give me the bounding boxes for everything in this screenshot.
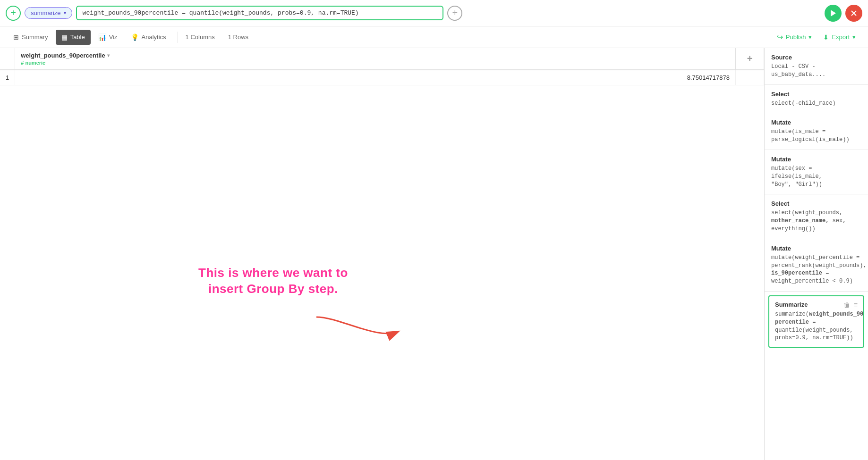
sidebar-select1[interactable]: Select select(-child_race) [765, 85, 868, 114]
row-number: 1 [0, 70, 15, 85]
data-table: weight_pounds_90percentile ▾ # numeric + [0, 48, 764, 85]
menu-step-button[interactable]: ≡ [854, 301, 858, 309]
col-header-1[interactable]: weight_pounds_90percentile ▾ # numeric [15, 48, 736, 70]
formula-input[interactable] [76, 6, 444, 20]
add-formula-button[interactable]: + [447, 6, 462, 21]
col1-name: weight_pounds_90percentile [21, 52, 105, 59]
columns-count: 1 Columns [186, 33, 215, 41]
close-button[interactable] [845, 5, 862, 22]
tab-table-label: Table [70, 33, 85, 41]
mutate2-code: mutate(sex = ifelse(is_male,"Boy", "Girl… [771, 165, 861, 188]
select2-code: select(weight_pounds,mother_race_name, s… [771, 209, 861, 233]
right-sidebar: Source Local - CSV - us_baby_data.... Se… [764, 48, 868, 460]
step-pill-label: summarize [31, 9, 61, 17]
annotation-arrow [312, 312, 406, 350]
tab-analytics[interactable]: 💡 Analytics [125, 30, 172, 45]
tabs-bar: ⊞ Summary ▦ Table 📊 Viz 💡 Analytics 1 Co… [0, 26, 868, 48]
export-button[interactable]: ⬇ Export ▾ [818, 31, 860, 44]
summarize-title: Summarize 🗑 ≡ [775, 301, 858, 309]
bulb-icon: 💡 [131, 33, 139, 41]
cell-1-1: 8.75014717878 [15, 70, 736, 85]
add-step-button[interactable]: + [6, 6, 21, 21]
select1-title: Select [771, 91, 861, 98]
menu-icon: ≡ [854, 301, 858, 309]
sidebar-mutate3[interactable]: Mutate mutate(weight_percentile =percent… [765, 239, 868, 292]
annotation-text: This is where we want toinsert Group By … [198, 265, 348, 297]
annotation-overlay: This is where we want toinsert Group By … [0, 48, 764, 460]
run-button[interactable] [825, 5, 842, 22]
summarize-title-text: Summarize [775, 301, 808, 308]
tab-viz[interactable]: 📊 Viz [93, 30, 123, 45]
rows-count: 1 Rows [228, 33, 248, 41]
mutate1-title: Mutate [771, 119, 861, 126]
source-code: Local - CSV - us_baby_data.... [771, 63, 861, 79]
publish-button[interactable]: ↪ Publish ▾ [772, 30, 817, 44]
play-icon [830, 9, 836, 17]
sidebar-select2[interactable]: Select select(weight_pounds,mother_race_… [765, 194, 868, 239]
tab-summary[interactable]: ⊞ Summary [8, 30, 54, 45]
table-icon: ▦ [61, 33, 68, 41]
chevron-down-icon: ▾ [64, 10, 66, 16]
delete-step-button[interactable]: 🗑 [843, 301, 850, 309]
tab-divider [178, 32, 178, 43]
table-area: weight_pounds_90percentile ▾ # numeric + [0, 48, 764, 460]
export-icon: ⬇ [823, 33, 829, 41]
mutate3-code: mutate(weight_percentile =percent_rank(w… [771, 254, 861, 285]
mutate3-title: Mutate [771, 245, 861, 252]
add-column-header[interactable]: + [736, 48, 764, 70]
mutate2-title: Mutate [771, 156, 861, 163]
grid-icon: ⊞ [13, 33, 19, 41]
col1-type: numeric [25, 60, 45, 66]
svg-marker-0 [831, 10, 836, 17]
select1-code: select(-child_race) [771, 100, 861, 108]
sidebar-mutate1[interactable]: Mutate mutate(is_male =parse_logical(is_… [765, 113, 868, 150]
publish-icon: ↪ [777, 33, 783, 42]
export-chevron: ▾ [852, 33, 856, 41]
main-content: weight_pounds_90percentile ▾ # numeric + [0, 48, 868, 460]
section-actions: 🗑 ≡ [843, 301, 858, 309]
sidebar-mutate2[interactable]: Mutate mutate(sex = ifelse(is_male,"Boy"… [765, 150, 868, 194]
table-row: 1 8.75014717878 [0, 70, 764, 85]
step-pill-summarize[interactable]: summarize ▾ [25, 7, 72, 19]
trash-icon: 🗑 [843, 301, 850, 309]
sidebar-summarize[interactable]: Summarize 🗑 ≡ summarize(weight_pounds_90… [768, 295, 864, 348]
tab-summary-label: Summary [22, 33, 48, 41]
sidebar-source: Source Local - CSV - us_baby_data.... [765, 48, 868, 85]
plus-icon: + [452, 8, 458, 18]
col1-type-icon: # [21, 60, 24, 66]
mutate1-code: mutate(is_male =parse_logical(is_male)) [771, 128, 861, 144]
plus-icon: + [10, 8, 16, 18]
plus-icon: + [747, 53, 753, 64]
chart-icon: 📊 [98, 33, 106, 41]
tab-analytics-label: Analytics [142, 33, 166, 41]
tab-viz-label: Viz [109, 33, 118, 41]
close-icon [851, 10, 857, 16]
top-bar: + summarize ▾ + [0, 0, 868, 26]
publish-label: Publish [786, 33, 806, 41]
publish-chevron: ▾ [808, 33, 812, 41]
export-label: Export [832, 33, 850, 41]
cell-1-empty [736, 70, 764, 85]
select2-title: Select [771, 200, 861, 207]
chevron-down-icon: ▾ [107, 53, 110, 58]
tab-table[interactable]: ▦ Table [56, 30, 91, 45]
source-title: Source [771, 54, 861, 61]
summarize-code: summarize(weight_pounds_90percentile =qu… [775, 310, 858, 342]
add-column-button[interactable]: + [736, 53, 764, 64]
